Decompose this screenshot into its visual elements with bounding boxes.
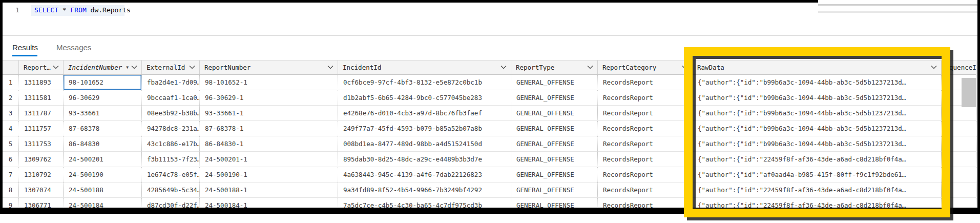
screenshot-border-top (0, 0, 818, 3)
grid-cell-report-number[interactable]: 93-33661-1 (200, 106, 338, 121)
grid-cell-report-category[interactable]: RecordsReport (598, 106, 693, 121)
column-header-incident-id[interactable]: IncidentId (338, 60, 511, 74)
grid-cell-report-type[interactable]: GENERAL_OFFENSE (511, 167, 598, 183)
grid-cell-incident-id[interactable]: 4a638443-945c-4139-a4f6-7dab22126823 (338, 167, 511, 183)
grid-cell-report-type[interactable]: GENERAL_OFFENSE (511, 183, 598, 198)
filter-chevron-icon[interactable] (327, 66, 333, 69)
line-number: 1 (15, 6, 19, 14)
grid-cell-report-category[interactable]: RecordsReport (598, 183, 693, 198)
sql-token-keyword: FROM (70, 6, 86, 14)
grid-cell-report-type[interactable]: GENERAL_OFFENSE (511, 106, 598, 121)
grid-cell-report-category[interactable]: RecordsReport (598, 90, 693, 106)
grid-cell-report-number[interactable]: 24-500190-1 (200, 167, 338, 183)
grid-cell-report-type[interactable]: GENERAL_OFFENSE (511, 152, 598, 167)
column-header-label: ReportNumber (204, 64, 327, 71)
column-header-external-id[interactable]: ExternalId (142, 60, 200, 74)
grid-cell-report-category[interactable]: RecordsReport (598, 136, 693, 152)
top-right-line (818, 11, 977, 13)
filter-chevron-icon[interactable] (189, 66, 195, 69)
sql-query-text[interactable]: SELECT * FROM dw.Reports (34, 6, 131, 14)
column-header-report-id[interactable]: Report… (19, 60, 64, 74)
column-header-report-category[interactable]: ReportCategory (598, 60, 693, 74)
grid-cell-report-category[interactable]: RecordsReport (598, 152, 693, 167)
grid-cell-report-number[interactable]: 98-101652-1 (200, 75, 338, 90)
grid-cell-report-number[interactable]: 96-30629-1 (200, 90, 338, 106)
query-results-screenshot: 1 SELECT * FROM dw.Reports Results Messa… (0, 0, 980, 223)
grid-cell-incident-id[interactable]: e4268e76-d010-4cb3-a97d-8bc76fb3faef (338, 106, 511, 121)
row-number[interactable]: 1 (3, 75, 19, 90)
grid-cell-incident-id[interactable]: 008bd1ea-8477-489d-98bb-a4d51524150d (338, 136, 511, 152)
grid-cell-external-id[interactable]: fba2d4e1-7d09… (142, 75, 200, 90)
grid-cell-report-category[interactable]: RecordsReport (598, 121, 693, 136)
row-number[interactable]: 8 (3, 183, 19, 198)
column-header-label: ExternalId (147, 64, 189, 71)
active-tab-underline (12, 55, 37, 56)
column-header-row-number[interactable] (3, 60, 19, 74)
column-header-label: Report… (24, 64, 53, 71)
grid-cell-external-id[interactable]: 4285649b-5c34… (142, 183, 200, 198)
sql-token-identifier: dw.Reports (87, 6, 131, 14)
grid-cell-report-number[interactable]: 87-68378-1 (200, 121, 338, 136)
grid-cell-external-id[interactable]: 94278dc8-231a… (142, 121, 200, 136)
column-header-label: ReportType (516, 64, 587, 71)
column-header-label: IncidentNumber (68, 64, 126, 71)
grid-cell-incident-id[interactable]: d1b2abf5-6b65-4284-9bc0-c577045be283 (338, 90, 511, 106)
filter-chevron-icon[interactable] (53, 66, 59, 69)
grid-cell-incident-number[interactable]: 24-500188 (64, 183, 142, 198)
column-header-report-type[interactable]: ReportType (511, 60, 598, 74)
grid-cell-report-type[interactable]: GENERAL_OFFENSE (511, 121, 598, 136)
sql-token-operator: * (58, 6, 70, 14)
filter-chevron-icon[interactable] (587, 66, 593, 69)
grid-cell-external-id[interactable]: 9bccaaf1-1ca0… (142, 90, 200, 106)
row-number[interactable]: 3 (3, 106, 19, 121)
tab-results[interactable]: Results (12, 43, 38, 52)
grid-cell-report-id[interactable]: 1311581 (19, 90, 64, 106)
grid-cell-incident-number[interactable]: 93-33661 (64, 106, 142, 121)
grid-cell-incident-number[interactable]: 96-30629 (64, 90, 142, 106)
grid-cell-external-id[interactable]: f3b11153-7f23… (142, 152, 200, 167)
grid-cell-incident-id[interactable]: 249f77a7-45fd-4593-b079-b85a52b07a8b (338, 121, 511, 136)
grid-cell-report-id[interactable]: 1311753 (19, 136, 64, 152)
column-header-label: ReportCategory (602, 64, 682, 71)
grid-cell-report-category[interactable]: RecordsReport (598, 75, 693, 90)
grid-cell-report-type[interactable]: GENERAL_OFFENSE (511, 90, 598, 106)
vertical-scrollbar-thumb[interactable] (962, 78, 976, 107)
grid-cell-incident-number[interactable]: 24-500190 (64, 167, 142, 183)
grid-cell-external-id[interactable]: 43c1c886-e17b… (142, 136, 200, 152)
tab-messages[interactable]: Messages (56, 43, 91, 52)
grid-cell-incident-number[interactable]: 87-68378 (64, 121, 142, 136)
grid-cell-report-number[interactable]: 86-84830-1 (200, 136, 338, 152)
grid-cell-report-number[interactable]: 24-500201-1 (200, 152, 338, 167)
grid-cell-report-id[interactable]: 1310792 (19, 167, 64, 183)
grid-cell-incident-id[interactable]: 895dab30-8d25-48dc-a29c-e4489b3b3d7e (338, 152, 511, 167)
grid-cell-report-category[interactable]: RecordsReport (598, 167, 693, 183)
column-header-incident-number[interactable]: IncidentNumber▼ (64, 60, 142, 74)
grid-cell-report-id[interactable]: 1309762 (19, 152, 64, 167)
row-number[interactable]: 5 (3, 136, 19, 152)
grid-cell-report-id[interactable]: 1307074 (19, 183, 64, 198)
query-editor[interactable]: 1 SELECT * FROM dw.Reports (3, 3, 818, 35)
row-number[interactable]: 2 (3, 90, 19, 106)
filter-chevron-icon[interactable] (501, 66, 507, 69)
filter-chevron-icon[interactable] (131, 66, 137, 69)
grid-cell-report-id[interactable]: 1311893 (19, 75, 64, 90)
top-right-line (818, 4, 977, 6)
highlight-annotation-box (684, 47, 950, 217)
row-number[interactable]: 7 (3, 167, 19, 183)
column-header-report-number[interactable]: ReportNumber (200, 60, 338, 74)
grid-cell-report-type[interactable]: GENERAL_OFFENSE (511, 136, 598, 152)
grid-cell-report-id[interactable]: 1311787 (19, 106, 64, 121)
screenshot-border-left (0, 0, 3, 214)
grid-cell-incident-id[interactable]: 9a34fd89-8f52-4b54-9966-7b3249bf4292 (338, 183, 511, 198)
grid-cell-incident-id[interactable]: 0cf6bce9-97cf-4bf3-8132-e5e872c0bc1b (338, 75, 511, 90)
grid-cell-report-number[interactable]: 24-500188-1 (200, 183, 338, 198)
row-number[interactable]: 6 (3, 152, 19, 167)
grid-cell-report-id[interactable]: 1311757 (19, 121, 64, 136)
grid-cell-external-id[interactable]: 08ee3b92-b38b… (142, 106, 200, 121)
grid-cell-external-id[interactable]: 1e674c78-e05f… (142, 167, 200, 183)
grid-cell-report-type[interactable]: GENERAL_OFFENSE (511, 75, 598, 90)
grid-cell-incident-number[interactable]: 98-101652 (64, 75, 142, 90)
row-number[interactable]: 4 (3, 121, 19, 136)
grid-cell-incident-number[interactable]: 24-500201 (64, 152, 142, 167)
grid-cell-incident-number[interactable]: 86-84830 (64, 136, 142, 152)
